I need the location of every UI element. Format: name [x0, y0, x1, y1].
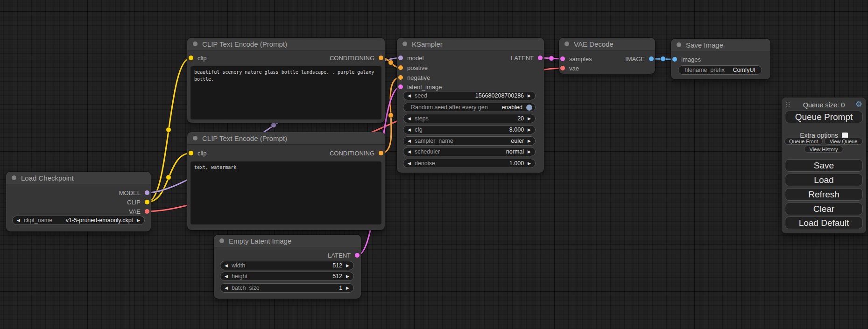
input-port-clip[interactable]: clip [189, 149, 207, 157]
right-arrow-icon[interactable]: ▶ [528, 116, 531, 121]
left-arrow-icon[interactable]: ◀ [408, 116, 411, 121]
collapse-dot-icon[interactable] [219, 238, 224, 243]
right-arrow-icon[interactable]: ▶ [346, 286, 349, 290]
seed-widget[interactable]: ◀ seed 156680208700286 ▶ [403, 91, 536, 100]
left-arrow-icon[interactable]: ◀ [408, 93, 411, 98]
right-arrow-icon[interactable]: ▶ [528, 127, 531, 132]
input-port-negative[interactable]: negative [398, 74, 430, 81]
output-port-clip[interactable]: CLIP [127, 198, 149, 206]
left-arrow-icon[interactable]: ◀ [225, 274, 228, 279]
clip-port-icon[interactable] [189, 151, 193, 155]
collapse-dot-icon[interactable] [193, 136, 198, 140]
node-clip-text-encode-positive[interactable]: CLIP Text Encode (Prompt) clip CONDITION… [187, 38, 385, 123]
image-port-icon[interactable] [672, 57, 677, 62]
input-port-clip[interactable]: clip [189, 54, 207, 62]
collapse-dot-icon[interactable] [677, 42, 681, 47]
model-port-icon[interactable] [145, 190, 149, 195]
filename-prefix-widget[interactable]: filename_prefix ComfyUI [678, 65, 762, 75]
input-port-model[interactable]: model [398, 54, 423, 62]
conditioning-port-icon[interactable] [379, 151, 383, 155]
load-default-button[interactable]: Load Default [785, 217, 863, 229]
latent-port-icon[interactable] [398, 84, 403, 89]
left-arrow-icon[interactable]: ◀ [408, 161, 411, 166]
latent-port-icon[interactable] [560, 56, 565, 61]
gear-icon[interactable]: ⚙ [855, 99, 862, 109]
image-port-icon[interactable] [649, 56, 654, 61]
output-port-model[interactable]: MODEL [119, 189, 149, 196]
output-port-latent[interactable]: LATENT [511, 54, 543, 62]
save-button[interactable]: Save [785, 159, 863, 172]
input-port-samples[interactable]: samples [560, 55, 592, 63]
output-port-conditioning[interactable]: CONDITIONING [330, 54, 383, 62]
steps-widget[interactable]: ◀ steps 20 ▶ [403, 114, 536, 123]
right-arrow-icon[interactable]: ▶ [528, 93, 531, 98]
prompt-textarea[interactable]: beautiful scenery nature glass bottle la… [191, 66, 381, 119]
conditioning-port-icon[interactable] [398, 65, 403, 70]
cfg-widget[interactable]: ◀ cfg 8.000 ▶ [403, 125, 536, 134]
queue-prompt-button[interactable]: Queue Prompt [785, 111, 863, 123]
random-seed-toggle-widget[interactable]: Random seed after every gen enabled [403, 103, 536, 112]
vae-port-icon[interactable] [145, 209, 149, 214]
node-empty-latent-image[interactable]: Empty Latent Image LATENT ◀ width 512 ▶ … [214, 235, 361, 299]
clip-port-icon[interactable] [145, 200, 149, 204]
left-arrow-icon[interactable]: ◀ [408, 139, 411, 143]
node-save-image[interactable]: Save Image images filename_prefix ComfyU… [671, 39, 770, 79]
output-port-conditioning[interactable]: CONDITIONING [330, 149, 383, 157]
node-title-bar[interactable]: KSampler [397, 38, 544, 50]
collapse-dot-icon[interactable] [193, 42, 198, 46]
clear-button[interactable]: Clear [785, 203, 863, 215]
input-port-images[interactable]: images [672, 56, 701, 63]
left-arrow-icon[interactable]: ◀ [408, 149, 411, 154]
height-widget[interactable]: ◀ height 512 ▶ [220, 272, 354, 281]
output-port-vae[interactable]: VAE [129, 208, 149, 215]
queue-front-button[interactable]: Queue Front [784, 138, 823, 145]
right-arrow-icon[interactable]: ▶ [528, 161, 531, 166]
latent-port-icon[interactable] [355, 253, 360, 258]
refresh-button[interactable]: Refresh [785, 188, 863, 201]
collapse-dot-icon[interactable] [12, 175, 16, 180]
node-title-bar[interactable]: VAE Decode [559, 38, 655, 50]
view-queue-button[interactable]: View Queue [824, 138, 863, 145]
input-port-latent-image[interactable]: latent_image [398, 83, 442, 91]
node-vae-decode[interactable]: VAE Decode samples vae IMAGE [559, 38, 655, 74]
left-arrow-icon[interactable]: ◀ [17, 218, 20, 223]
right-arrow-icon[interactable]: ▶ [528, 149, 531, 154]
right-arrow-icon[interactable]: ▶ [528, 139, 531, 143]
left-arrow-icon[interactable]: ◀ [225, 263, 228, 268]
right-arrow-icon[interactable]: ▶ [346, 263, 349, 268]
output-port-image[interactable]: IMAGE [625, 55, 654, 63]
input-port-positive[interactable]: positive [398, 64, 428, 71]
comfyui-canvas[interactable]: { "icons": { "left_arrow": "◀", "right_a… [0, 0, 868, 329]
node-clip-text-encode-negative[interactable]: CLIP Text Encode (Prompt) clip CONDITION… [187, 132, 385, 230]
scheduler-widget[interactable]: ◀ scheduler normal ▶ [403, 147, 536, 156]
batch-size-widget[interactable]: ◀ batch_size 1 ▶ [220, 283, 354, 293]
denoise-widget[interactable]: ◀ denoise 1.000 ▶ [403, 159, 536, 168]
node-title-bar[interactable]: Load Checkpoint [6, 172, 151, 184]
width-widget[interactable]: ◀ width 512 ▶ [220, 261, 354, 270]
right-arrow-icon[interactable]: ▶ [346, 274, 349, 279]
left-arrow-icon[interactable]: ◀ [408, 127, 411, 132]
input-port-vae[interactable]: vae [560, 64, 579, 72]
toggle-dot-icon[interactable] [526, 105, 532, 111]
clip-port-icon[interactable] [189, 56, 193, 60]
left-arrow-icon[interactable]: ◀ [225, 286, 228, 290]
ckpt-name-widget[interactable]: ◀ ckpt_name v1-5-pruned-emaonly.ckpt ▶ [12, 216, 145, 225]
collapse-dot-icon[interactable] [402, 42, 407, 46]
conditioning-port-icon[interactable] [379, 56, 383, 60]
node-load-checkpoint[interactable]: Load Checkpoint MODEL CLIP VAE ◀ ckpt_na… [6, 172, 151, 231]
node-title-bar[interactable]: Empty Latent Image [214, 235, 361, 247]
view-history-button[interactable]: View History [804, 146, 843, 153]
node-title-bar[interactable]: Save Image [671, 39, 770, 51]
conditioning-port-icon[interactable] [398, 75, 403, 80]
node-ksampler[interactable]: KSampler model positive negative latent_… [397, 38, 544, 173]
node-title-bar[interactable]: CLIP Text Encode (Prompt) [187, 132, 385, 145]
output-port-latent[interactable]: LATENT [328, 252, 360, 259]
sampler-name-widget[interactable]: ◀ sampler_name euler ▶ [403, 136, 536, 146]
vae-port-icon[interactable] [560, 66, 565, 70]
right-arrow-icon[interactable]: ▶ [137, 218, 140, 223]
collapse-dot-icon[interactable] [565, 42, 569, 46]
model-port-icon[interactable] [398, 56, 403, 60]
node-title-bar[interactable]: CLIP Text Encode (Prompt) [187, 38, 385, 50]
load-button[interactable]: Load [785, 174, 863, 186]
latent-port-icon[interactable] [538, 56, 543, 60]
